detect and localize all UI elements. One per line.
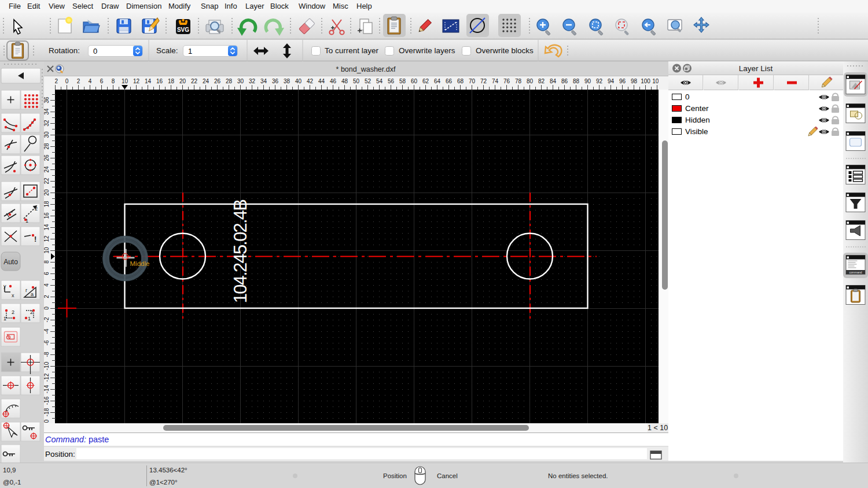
svg-text:38: 38 xyxy=(284,78,290,84)
svg-text:90: 90 xyxy=(584,78,591,84)
svg-text:10: 10 xyxy=(122,78,128,84)
svg-text:Auto: Auto xyxy=(3,258,18,266)
svg-text:-4: -4 xyxy=(44,328,50,334)
svg-text:12: 12 xyxy=(133,78,140,84)
svg-text:20: 20 xyxy=(44,189,50,196)
svg-text:32: 32 xyxy=(249,78,256,84)
svg-text:-2: -2 xyxy=(44,317,50,322)
svg-text:SVG: SVG xyxy=(177,27,189,33)
svg-text:-6: -6 xyxy=(44,340,50,345)
svg-text:22: 22 xyxy=(44,178,50,184)
svg-text:40: 40 xyxy=(295,78,302,84)
svg-text:-8: -8 xyxy=(44,352,50,357)
svg-text:22: 22 xyxy=(191,78,198,84)
svg-text:94: 94 xyxy=(608,78,615,84)
svg-text:1: 1 xyxy=(25,218,28,224)
svg-text:34: 34 xyxy=(44,108,50,115)
svg-text:30: 30 xyxy=(237,78,244,84)
svg-text:84: 84 xyxy=(550,78,557,84)
svg-text:20: 20 xyxy=(179,78,186,84)
svg-text:y: y xyxy=(3,283,6,289)
svg-text:2: 2 xyxy=(77,78,80,84)
svg-text:48: 48 xyxy=(341,78,348,84)
svg-text:12: 12 xyxy=(44,235,50,242)
svg-text:42: 42 xyxy=(307,78,314,84)
svg-text:16: 16 xyxy=(156,78,163,84)
svg-text:18: 18 xyxy=(168,78,175,84)
svg-text:x: x xyxy=(12,293,14,298)
svg-text:36: 36 xyxy=(44,97,50,103)
svg-text:command: command xyxy=(849,271,862,274)
svg-text:80: 80 xyxy=(527,78,534,84)
svg-text:104.245.02.4B: 104.245.02.4B xyxy=(230,199,251,303)
svg-text:2: 2 xyxy=(12,309,14,315)
svg-text:0: 0 xyxy=(65,78,69,84)
svg-text:30: 30 xyxy=(44,131,50,138)
svg-text:6: 6 xyxy=(100,78,104,84)
svg-text:76: 76 xyxy=(503,78,510,84)
svg-text:88: 88 xyxy=(573,78,580,84)
svg-text:!: ! xyxy=(34,235,36,243)
svg-text:62: 62 xyxy=(422,78,429,84)
svg-text:1: 1 xyxy=(28,316,31,321)
svg-text:14: 14 xyxy=(44,224,50,231)
svg-text:44: 44 xyxy=(318,78,325,84)
svg-text:58: 58 xyxy=(399,78,406,84)
svg-text:-2: -2 xyxy=(55,78,58,84)
svg-text:36: 36 xyxy=(272,78,279,84)
svg-text:34: 34 xyxy=(260,78,267,84)
svg-text:78: 78 xyxy=(515,78,522,84)
svg-text:Layer List: Layer List xyxy=(739,64,773,73)
svg-text:82: 82 xyxy=(538,78,545,84)
svg-text:2: 2 xyxy=(30,309,33,315)
svg-text:-12: -12 xyxy=(44,373,50,382)
svg-text:24: 24 xyxy=(44,166,50,173)
svg-text:98: 98 xyxy=(631,78,638,84)
svg-text:8: 8 xyxy=(112,78,115,84)
svg-text:26: 26 xyxy=(214,78,221,84)
svg-text:4: 4 xyxy=(89,78,92,84)
svg-text:100: 100 xyxy=(641,78,650,84)
svg-text:24: 24 xyxy=(203,78,209,84)
svg-text:2: 2 xyxy=(35,206,38,212)
svg-text:-10: -10 xyxy=(44,361,50,370)
svg-text:52: 52 xyxy=(365,78,372,84)
svg-text:26: 26 xyxy=(44,154,50,161)
svg-text:-14: -14 xyxy=(44,385,50,393)
svg-text:8: 8 xyxy=(44,260,50,264)
svg-text:50: 50 xyxy=(353,78,360,84)
svg-text:66: 66 xyxy=(446,78,453,84)
svg-text:10: 10 xyxy=(44,247,50,254)
svg-text:92: 92 xyxy=(596,78,603,84)
svg-text:r: r xyxy=(25,287,27,293)
svg-text:2: 2 xyxy=(44,295,50,298)
svg-text:* bond_washer.dxf: * bond_washer.dxf xyxy=(336,65,396,73)
svg-text:4: 4 xyxy=(44,283,50,287)
svg-text:46: 46 xyxy=(330,78,337,84)
svg-text:-16: -16 xyxy=(44,396,50,405)
svg-text:64: 64 xyxy=(434,78,441,84)
svg-text:96: 96 xyxy=(619,78,626,84)
svg-text:56: 56 xyxy=(388,78,395,84)
svg-text:a: a xyxy=(31,291,34,297)
svg-text:Middle: Middle xyxy=(130,260,150,267)
svg-text:28: 28 xyxy=(226,78,233,84)
svg-text:-20: -20 xyxy=(44,419,50,423)
svg-text:54: 54 xyxy=(376,78,383,84)
svg-text:60: 60 xyxy=(411,78,418,84)
svg-text:6: 6 xyxy=(44,272,50,275)
svg-text:1: 1 xyxy=(3,316,6,321)
svg-text:18: 18 xyxy=(44,201,50,208)
svg-text:68: 68 xyxy=(457,78,464,84)
svg-text:28: 28 xyxy=(44,143,50,150)
svg-text:16: 16 xyxy=(44,212,50,219)
svg-text:102: 102 xyxy=(652,78,659,84)
svg-text:32: 32 xyxy=(44,120,50,127)
svg-text:86: 86 xyxy=(561,78,568,84)
svg-text:14: 14 xyxy=(145,78,152,84)
svg-text:70: 70 xyxy=(469,78,476,84)
svg-text:-18: -18 xyxy=(44,408,50,416)
svg-text:0: 0 xyxy=(44,306,50,310)
svg-text:74: 74 xyxy=(492,78,499,84)
svg-text:72: 72 xyxy=(480,78,487,84)
